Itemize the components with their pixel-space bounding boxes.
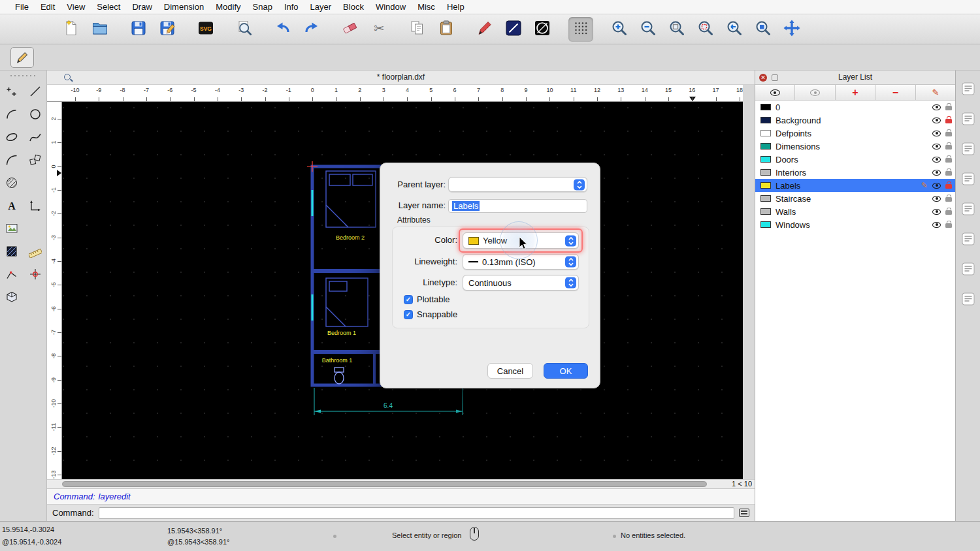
- spline-tool-button[interactable]: [24, 127, 47, 150]
- property-editor-panel-button[interactable]: [958, 80, 978, 99]
- lock-icon[interactable]: [945, 106, 952, 110]
- layer-row-walls[interactable]: Walls: [755, 205, 955, 218]
- dimension-tool-button[interactable]: [24, 195, 47, 218]
- menu-help[interactable]: Help: [441, 2, 470, 12]
- image-tool-button[interactable]: [0, 218, 24, 241]
- menu-layer[interactable]: Layer: [304, 2, 338, 12]
- cancel-button[interactable]: Cancel: [487, 363, 533, 379]
- hatch-tool-button[interactable]: [0, 241, 24, 264]
- layer-row-doors[interactable]: Doors: [755, 153, 955, 166]
- zoom-previous-button[interactable]: [722, 17, 747, 42]
- lock-icon[interactable]: [945, 223, 952, 228]
- command-line-panel-button[interactable]: [958, 200, 978, 219]
- paste-button[interactable]: [434, 17, 459, 42]
- show-all-layers-button[interactable]: [755, 85, 795, 100]
- menu-draw[interactable]: Draw: [126, 2, 157, 12]
- polyline-tool-button[interactable]: [0, 264, 24, 287]
- menu-info[interactable]: Info: [278, 2, 304, 12]
- menu-edit[interactable]: Edit: [35, 2, 61, 12]
- copy-button[interactable]: [405, 17, 430, 42]
- selection-filter-panel-button[interactable]: [958, 260, 978, 279]
- layer-row-0[interactable]: 0: [755, 101, 955, 114]
- undo-button[interactable]: [270, 17, 295, 42]
- lock-icon[interactable]: [945, 197, 952, 202]
- detach-icon[interactable]: [772, 74, 778, 81]
- line-tool-button[interactable]: [501, 17, 526, 42]
- measure-tool-button[interactable]: [24, 241, 47, 264]
- layer-row-staircase[interactable]: Staircase: [755, 192, 955, 205]
- layer-row-dimensions[interactable]: Dimensions: [755, 140, 955, 153]
- layer-row-windows[interactable]: Windows: [755, 218, 955, 231]
- line-tool-button[interactable]: [24, 81, 47, 104]
- zoom-window-button[interactable]: [751, 17, 776, 42]
- menu-misc[interactable]: Misc: [412, 2, 441, 12]
- command-input[interactable]: [99, 507, 734, 519]
- menu-file[interactable]: File: [9, 2, 35, 12]
- palette-grip[interactable]: [9, 74, 38, 78]
- lock-icon[interactable]: [945, 184, 952, 189]
- visibility-eye-icon[interactable]: [932, 222, 941, 228]
- ok-button[interactable]: OK: [544, 363, 588, 379]
- view-list-panel-button[interactable]: [958, 170, 978, 189]
- hatch-circle-tool-button[interactable]: [0, 172, 24, 195]
- zoom-region-button[interactable]: [693, 17, 718, 42]
- cut-button[interactable]: ✂: [367, 17, 391, 42]
- layer-row-background[interactable]: Background: [755, 114, 955, 127]
- menu-select[interactable]: Select: [91, 2, 126, 12]
- lock-icon[interactable]: [945, 132, 952, 136]
- svg-export-button[interactable]: SVG: [193, 17, 218, 42]
- parent-layer-select[interactable]: [448, 177, 587, 192]
- zoom-in-button[interactable]: [607, 17, 632, 42]
- clipboard-panel-panel-button[interactable]: [958, 290, 978, 309]
- menu-block[interactable]: Block: [337, 2, 370, 12]
- stepper-icon[interactable]: [565, 257, 576, 268]
- layer-row-labels[interactable]: Labels✎: [755, 179, 955, 192]
- hide-all-layers-button[interactable]: [795, 85, 835, 100]
- stepper-icon[interactable]: [565, 277, 576, 289]
- menu-snap[interactable]: Snap: [247, 2, 278, 12]
- zoom-out-button[interactable]: [636, 17, 661, 42]
- auto-zoom-button[interactable]: [664, 17, 689, 42]
- edit-layer-button[interactable]: ✎: [916, 85, 955, 100]
- menu-modify[interactable]: Modify: [210, 2, 246, 12]
- block-list-panel-button[interactable]: [958, 140, 978, 159]
- lock-icon[interactable]: [945, 210, 952, 215]
- arc-tool-button[interactable]: [0, 104, 24, 127]
- print-preview-button[interactable]: [232, 17, 257, 42]
- visibility-eye-icon[interactable]: [932, 209, 941, 215]
- menu-window[interactable]: Window: [370, 2, 412, 12]
- pan-button[interactable]: [779, 17, 804, 42]
- scrollbar-thumb[interactable]: [62, 481, 707, 487]
- layer-name-input[interactable]: Labels: [448, 199, 587, 213]
- visibility-eye-icon[interactable]: [932, 170, 941, 176]
- grid-toggle-button[interactable]: [568, 17, 593, 42]
- lock-icon[interactable]: [945, 158, 952, 163]
- magnifier-icon[interactable]: [64, 74, 71, 80]
- remove-layer-button[interactable]: −: [875, 85, 915, 100]
- library-browser-panel-button[interactable]: [958, 230, 978, 249]
- current-tool-button[interactable]: [10, 47, 34, 68]
- redo-button[interactable]: [299, 17, 324, 42]
- lock-icon[interactable]: [945, 119, 952, 123]
- visibility-eye-icon[interactable]: [932, 183, 941, 189]
- visibility-eye-icon[interactable]: [932, 144, 941, 150]
- horizontal-scrollbar[interactable]: 1 < 10: [47, 479, 755, 488]
- console-toggle-icon[interactable]: [739, 509, 749, 517]
- visibility-eye-icon[interactable]: [932, 131, 941, 136]
- snappable-checkbox[interactable]: ✓ Snappable: [404, 309, 457, 319]
- lock-icon[interactable]: [945, 171, 952, 176]
- polygon-tool-button[interactable]: [24, 150, 47, 172]
- save-button[interactable]: [126, 17, 151, 42]
- open-folder-button[interactable]: [88, 17, 112, 42]
- layer-list-panel-button[interactable]: [958, 110, 978, 129]
- draw-pen-button[interactable]: [472, 17, 497, 42]
- layer-row-interiors[interactable]: Interiors: [755, 166, 955, 179]
- stepper-icon[interactable]: [574, 179, 585, 190]
- layer-row-defpoints[interactable]: Defpoints: [755, 127, 955, 140]
- close-icon[interactable]: ✕: [759, 74, 767, 82]
- linetype-select[interactable]: Continuous: [463, 275, 579, 291]
- add-layer-button[interactable]: +: [836, 85, 875, 100]
- circle-tool-button[interactable]: [24, 104, 47, 127]
- plottable-checkbox[interactable]: ✓ Plottable: [404, 294, 450, 304]
- points-tool-button[interactable]: [0, 81, 24, 104]
